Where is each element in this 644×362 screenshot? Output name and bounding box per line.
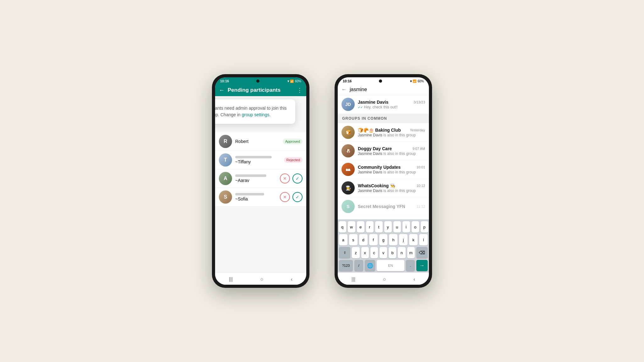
key-o[interactable]: o [412,221,419,233]
status-time-2: 10:16 [343,79,352,83]
status-time-1: 10:16 [220,79,229,83]
avatar: A [219,172,232,185]
backspace-key[interactable]: ⌫ [416,247,428,258]
avatar: R [219,135,232,148]
key-k[interactable]: k [409,234,418,245]
chat-info: Doggy Day Care 9:07 AM Jasmine Davis is … [358,146,425,156]
blurred-name [235,174,266,177]
back-button-2[interactable]: ← [341,87,347,92]
key-j[interactable]: j [399,234,408,245]
search-input[interactable]: jasmine [350,87,425,92]
key-c[interactable]: c [370,247,378,258]
home-icon[interactable]: ○ [383,277,386,282]
send-key[interactable]: → [416,260,428,271]
chat-info: Community Updates 10:01 Jasmine Davis is… [358,165,425,174]
keyboard-row-2: a s d f g h j k l [339,234,428,245]
numbers-key[interactable]: ?123 [339,260,353,271]
key-r[interactable]: r [366,221,374,233]
chat-info: Secret Messaging YFN 11:12 [358,204,425,209]
preview-bold: Jasmine Davis [358,170,382,174]
status-icons-2: ▼📶 60% [409,80,424,83]
shift-key[interactable]: ⇧ [339,247,350,258]
table-row: S ~Sofia ✕ ✓ [215,188,306,206]
phone-2: 10:16 ▼📶 60% ← jasmine JD Jasmine Davis … [335,74,432,288]
key-n[interactable]: n [398,247,405,258]
key-z[interactable]: z [352,247,359,258]
blurred-name [235,193,264,195]
key-e[interactable]: e [357,221,364,233]
globe-key[interactable]: 🌐 [365,260,375,271]
key-b[interactable]: b [389,247,396,258]
list-item[interactable]: 👨‍🍳 WhatsCooking 👨‍🍳 10:12 Jasmine Davis… [338,179,429,197]
chat-preview: Jasmine Davis is also in this group [358,170,425,174]
key-h[interactable]: h [389,234,397,245]
period-key[interactable]: . [406,260,415,271]
recent-apps-icon[interactable]: ||| [229,277,233,282]
back-button-1[interactable]: ← [219,87,225,94]
admin-tooltip: New participants need admin approval to … [215,99,295,124]
avatar: 👨‍🍳 [341,181,355,195]
key-v[interactable]: v [380,247,387,258]
group-settings-link[interactable]: group settings [242,112,269,117]
avatar: T [219,153,232,167]
chat-top: WhatsCooking 👨‍🍳 10:12 [358,183,425,188]
chat-time: 10:12 [416,184,425,188]
recent-apps-icon[interactable]: ||| [352,277,355,282]
chat-preview: Jasmine Davis is also in this group [358,151,425,156]
chat-name: Doggy Day Care [358,146,392,151]
status-icons-1: ▼📶 60% [287,80,301,83]
table-row: A ~Aarav ✕ ✓ [215,169,306,188]
chat-preview: ✓✓ Hey, check this out!! [358,105,425,109]
back-nav-icon[interactable]: ‹ [414,277,415,282]
chat-time: 10:01 [416,165,425,169]
list-item[interactable]: JD Jasmine Davis 3/13/23 ✓✓ Hey, check t… [338,95,429,114]
avatar: 🐶 [341,144,355,157]
bottom-nav-2: ||| ○ ‹ [338,272,429,285]
key-d[interactable]: d [359,234,368,245]
status-badge: Approved [283,139,303,144]
accept-button[interactable]: ✓ [292,192,303,202]
battery-icon: 60% [295,80,301,83]
avatar: 🍞 [341,126,355,139]
key-i[interactable]: i [402,221,410,233]
key-s[interactable]: s [349,234,358,245]
accept-button[interactable]: ✓ [292,173,303,184]
space-key[interactable]: EN [377,260,404,271]
reject-button[interactable]: ✕ [280,192,290,202]
reject-button[interactable]: ✕ [280,173,290,184]
key-y[interactable]: y [384,221,392,233]
chat-info: Jasmine Davis 3/13/23 ✓✓ Hey, check this… [358,100,425,109]
participant-name: ~Aarav [235,178,277,183]
key-g[interactable]: g [379,234,388,245]
slash-key[interactable]: / [354,260,363,271]
keyboard-bottom-row: ?123 / 🌐 EN . → [339,260,428,271]
list-item[interactable]: 🐶 Doggy Day Care 9:07 AM Jasmine Davis i… [338,142,429,160]
key-x[interactable]: x [361,247,369,258]
bottom-nav-1: ||| ○ ‹ [215,272,306,285]
groups-label: GROUPS IN COMMON [342,116,387,121]
key-a[interactable]: a [339,234,347,245]
chat-info: 🍞🥐🎂 Baking Club Yesterday Jasmine Davis … [358,128,425,137]
table-row: R Robert Approved [215,132,306,151]
key-m[interactable]: m [407,247,415,258]
status-badge: Rejected [284,157,303,163]
search-bar: ← jasmine [338,84,429,95]
key-t[interactable]: t [375,221,383,233]
chat-time: Yesterday [410,128,425,132]
list-item: S Secret Messaging YFN 11:12 [338,197,429,216]
list-item[interactable]: 🏘 Community Updates 10:01 Jasmine Davis … [338,160,429,179]
chat-top: 🍞🥐🎂 Baking Club Yesterday [358,128,425,133]
preview-text: is also in this group [382,151,416,156]
key-p[interactable]: p [421,221,428,233]
list-item[interactable]: 🍞 🍞🥐🎂 Baking Club Yesterday Jasmine Davi… [338,123,429,142]
key-q[interactable]: q [339,221,346,233]
home-icon[interactable]: ○ [260,277,264,282]
key-f[interactable]: f [369,234,378,245]
back-nav-icon[interactable]: ‹ [291,277,292,282]
camera-notch-1 [256,80,259,83]
key-l[interactable]: l [419,234,428,245]
chat-time: 3/13/23 [414,100,425,104]
key-u[interactable]: u [393,221,401,233]
more-button-1[interactable]: ⋮ [297,87,303,94]
key-w[interactable]: w [348,221,355,233]
